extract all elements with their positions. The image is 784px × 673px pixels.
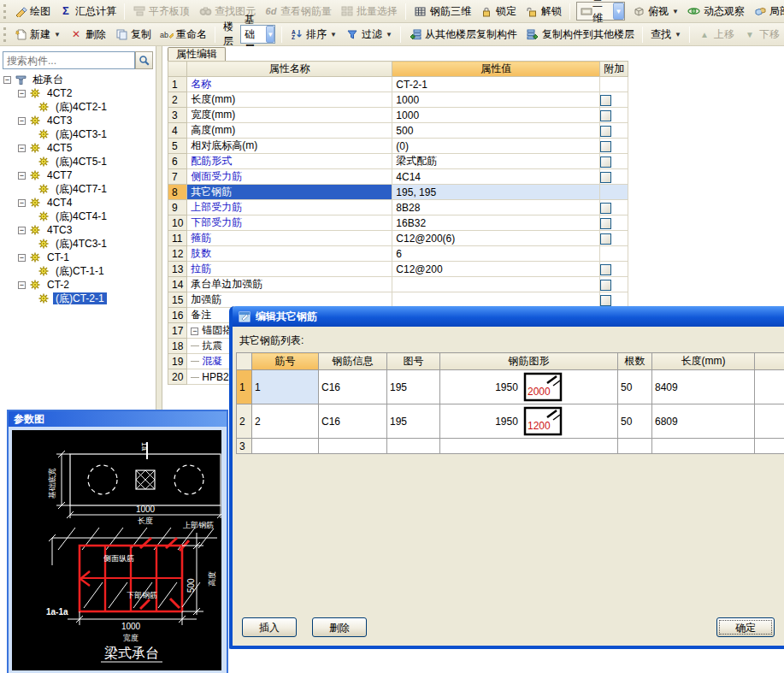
tree-item-label[interactable]: (底)CT-2-1 bbox=[53, 292, 107, 304]
property-value-cell[interactable]: 梁式配筋 bbox=[392, 154, 600, 169]
tree-group-label[interactable]: 4CT2 bbox=[44, 87, 74, 99]
property-name-cell[interactable]: 其它钢筋 bbox=[187, 185, 392, 200]
extra-checkbox[interactable] bbox=[600, 110, 611, 121]
property-value-cell[interactable]: CT-2-1 bbox=[392, 77, 600, 92]
copy-button[interactable]: 复制 bbox=[110, 27, 156, 42]
tree-item-(底)4CT7-1[interactable]: (底)4CT7-1 bbox=[0, 182, 156, 196]
tree-group-4CT5[interactable]: −4CT5 bbox=[0, 141, 156, 155]
tree-group-4CT4[interactable]: −4CT4 bbox=[0, 196, 156, 210]
tree-group-label[interactable]: CT-1 bbox=[44, 251, 72, 263]
top-view-button[interactable]: 俯视▼ bbox=[628, 3, 683, 19]
property-name-cell[interactable]: 承台单边加强筋 bbox=[187, 277, 392, 292]
tree-item-label[interactable]: (底)4CT2-1 bbox=[53, 101, 109, 113]
collapse-icon[interactable]: − bbox=[191, 328, 198, 335]
property-name-cell[interactable]: 长度(mm) bbox=[187, 92, 392, 108]
property-value-cell[interactable] bbox=[392, 292, 600, 308]
tree-item-label[interactable]: (底)4CT5-1 bbox=[53, 156, 109, 168]
tree-group-4CT2[interactable]: −4CT2 bbox=[0, 86, 156, 100]
bar-count-cell[interactable]: 50 bbox=[618, 370, 652, 404]
bar-length-cell[interactable] bbox=[652, 439, 755, 454]
tree-group-4TC3[interactable]: −4TC3 bbox=[0, 223, 156, 237]
bar-count-cell[interactable] bbox=[618, 439, 652, 454]
draw-button[interactable]: 绘图 bbox=[9, 3, 55, 19]
tree-item-(底)4CT4-1[interactable]: (底)4CT4-1 bbox=[0, 210, 156, 223]
property-name-cell[interactable]: 上部受力筋 bbox=[187, 200, 392, 215]
rebar-info-cell[interactable] bbox=[319, 439, 387, 454]
collapse-icon[interactable]: − bbox=[18, 227, 26, 234]
tree-item-(底)CT-2-1[interactable]: (底)CT-2-1 bbox=[0, 292, 156, 305]
tree-group-label[interactable]: 4CT7 bbox=[44, 169, 74, 181]
tree-group-label[interactable]: 4CT3 bbox=[44, 115, 74, 127]
copy-from-other-floor-button[interactable]: 从其他楼层复制构件 bbox=[404, 27, 522, 42]
tree-root-label[interactable]: 桩承台 bbox=[30, 74, 66, 86]
collapse-icon[interactable]: − bbox=[18, 172, 26, 180]
local-3d-button[interactable]: 局部三维 bbox=[749, 3, 784, 19]
extra-checkbox[interactable] bbox=[600, 126, 611, 137]
collapse-icon[interactable]: − bbox=[18, 199, 26, 207]
tree-item-label[interactable]: (底)4CT3-1 bbox=[53, 128, 109, 140]
property-value-cell[interactable]: 500 bbox=[392, 123, 600, 139]
tree-group-4CT7[interactable]: −4CT7 bbox=[0, 168, 156, 182]
property-value-cell[interactable] bbox=[392, 277, 600, 292]
search-button[interactable] bbox=[135, 51, 153, 69]
view-mode-combo[interactable]: 二维▼ bbox=[576, 2, 625, 21]
property-value-cell[interactable]: 195, 195 bbox=[392, 185, 600, 200]
property-name-cell[interactable]: 配筋形式 bbox=[187, 154, 392, 169]
rebar-shape-cell[interactable]: 19501200 bbox=[440, 404, 618, 439]
tree-group-label[interactable]: CT-2 bbox=[44, 279, 72, 291]
parameter-panel-title[interactable]: 参数图 bbox=[9, 411, 227, 427]
floor-combo[interactable]: 基础层▼ bbox=[240, 25, 275, 44]
delete-button[interactable]: ✕删除 bbox=[65, 27, 110, 42]
property-name-cell[interactable]: 肢数 bbox=[187, 246, 392, 262]
collapse-icon[interactable]: − bbox=[18, 90, 26, 97]
tree-root-pile-cap[interactable]: −桩承台 bbox=[0, 73, 156, 86]
extra-checkbox[interactable] bbox=[600, 264, 611, 275]
property-name-cell[interactable]: 拉筋 bbox=[187, 262, 392, 277]
new-button[interactable]: 新建▼ bbox=[9, 27, 65, 42]
tree-item-label[interactable]: (底)4TC3-1 bbox=[53, 238, 109, 250]
bar-length-cell[interactable]: 6809 bbox=[652, 404, 755, 439]
bar-length-cell[interactable]: 8409 bbox=[652, 370, 755, 404]
summary-calc-button[interactable]: Σ汇总计算 bbox=[55, 3, 121, 19]
property-value-cell[interactable]: 4C14 bbox=[392, 169, 600, 185]
unlock-button[interactable]: 解锁 bbox=[521, 3, 566, 19]
tree-item-label[interactable]: (底)4CT4-1 bbox=[53, 210, 109, 222]
property-name-cell[interactable]: 侧面受力筋 bbox=[187, 169, 392, 185]
tree-item-(底)4TC3-1[interactable]: (底)4TC3-1 bbox=[0, 237, 156, 251]
collapse-icon[interactable]: − bbox=[18, 281, 26, 289]
tree-item-(底)4CT2-1[interactable]: (底)4CT2-1 bbox=[0, 100, 156, 114]
property-name-cell[interactable]: 相对底标高(m) bbox=[187, 139, 392, 154]
toolbar-grip[interactable] bbox=[3, 4, 6, 19]
property-name-cell[interactable]: 宽度(mm) bbox=[187, 108, 392, 123]
figure-number-cell[interactable] bbox=[387, 439, 440, 454]
property-name-cell[interactable]: 加强筋 bbox=[187, 292, 392, 308]
property-value-cell[interactable]: C12@200(6) bbox=[392, 231, 600, 246]
property-name-cell[interactable]: 箍筋 bbox=[187, 231, 392, 246]
rebar-3d-button[interactable]: 钢筋三维 bbox=[410, 3, 475, 19]
rebar-shape-cell[interactable]: 19502000 bbox=[440, 370, 618, 404]
tree-item-label[interactable]: (底)CT-1-1 bbox=[53, 265, 107, 277]
bar-number-cell[interactable]: 2 bbox=[252, 404, 319, 439]
property-value-cell[interactable]: 1000 bbox=[392, 92, 600, 108]
sort-button[interactable]: AZ排序▼ bbox=[286, 27, 341, 42]
toolbar-grip[interactable] bbox=[3, 27, 6, 42]
tree-item-(底)4CT5-1[interactable]: (底)4CT5-1 bbox=[0, 155, 156, 168]
property-value-cell[interactable]: 1000 bbox=[392, 108, 600, 123]
property-value-cell[interactable]: (0) bbox=[392, 139, 600, 154]
collapse-icon[interactable]: − bbox=[3, 76, 11, 84]
collapse-icon[interactable]: − bbox=[18, 117, 26, 125]
property-name-cell[interactable]: 名称 bbox=[187, 77, 392, 92]
bar-count-cell[interactable]: 50 bbox=[618, 404, 652, 439]
rebar-info-cell[interactable]: C16 bbox=[319, 370, 387, 404]
extra-checkbox[interactable] bbox=[600, 156, 611, 168]
tree-group-4CT3[interactable]: −4CT3 bbox=[0, 114, 156, 127]
property-value-cell[interactable]: C12@200 bbox=[392, 262, 600, 277]
dialog-titlebar[interactable]: 编辑其它钢筋 bbox=[233, 306, 784, 327]
property-value-cell[interactable]: 6 bbox=[392, 246, 600, 262]
collapse-icon[interactable]: − bbox=[18, 254, 26, 262]
extra-checkbox[interactable] bbox=[600, 203, 611, 214]
dynamic-observe-button[interactable]: 动态观察 bbox=[683, 3, 749, 19]
chevron-down-icon[interactable]: ▼ bbox=[613, 3, 624, 20]
property-name-cell[interactable]: 高度(mm) bbox=[187, 123, 392, 139]
delete-row-button[interactable]: 删除 bbox=[312, 617, 367, 637]
